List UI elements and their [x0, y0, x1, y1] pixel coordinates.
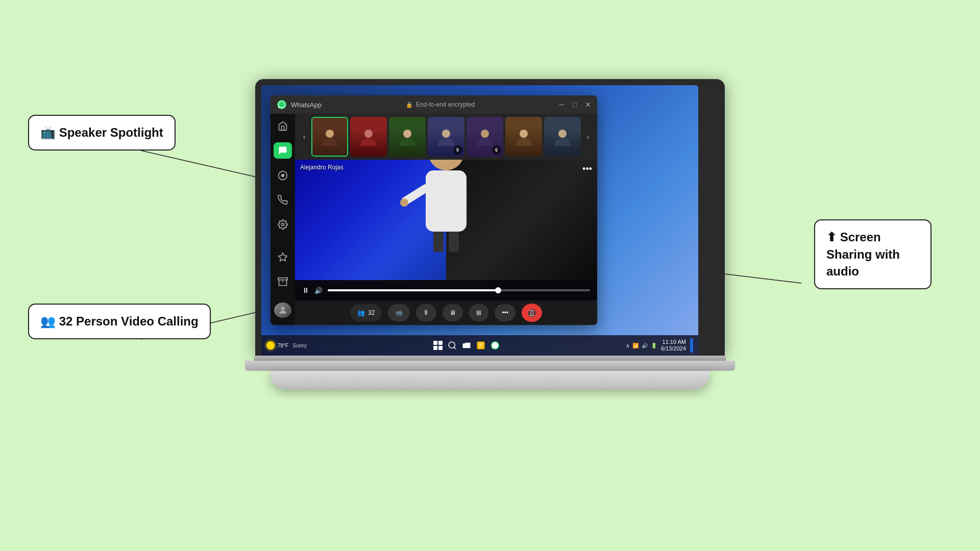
strip-next[interactable]: ›	[583, 132, 593, 142]
volume-tray-icon: 🔊	[642, 343, 648, 348]
svg-rect-12	[278, 278, 287, 280]
sidebar-icon-starred[interactable]	[274, 249, 292, 265]
participants-strip: ‹	[295, 114, 597, 160]
end-call-button[interactable]: 📵	[522, 304, 542, 322]
notes-button[interactable]	[476, 340, 486, 350]
laptop-foot	[271, 371, 709, 389]
svg-point-18	[442, 130, 450, 138]
screen-share-button[interactable]: 🖥	[443, 304, 463, 321]
speaker-icon: 📺	[40, 126, 56, 139]
laptop-screen: WhatsApp 🔒 End-to-end encrypted ─ □ ✕	[261, 85, 698, 356]
window-title: WhatsApp	[291, 101, 322, 109]
close-button[interactable]: ✕	[585, 101, 591, 109]
window-body: ‹	[271, 114, 597, 325]
mic-button[interactable]: 🎙	[416, 304, 436, 321]
svg-point-21	[558, 130, 567, 138]
call-area: ‹	[295, 114, 597, 325]
laptop-hinge-bar	[254, 356, 726, 361]
sidebar	[271, 114, 295, 325]
svg-rect-27	[449, 232, 459, 252]
date-display: 6/13/2024	[661, 345, 686, 352]
laptop-container: WhatsApp 🔒 End-to-end encrypted ─ □ ✕	[245, 79, 735, 389]
windows-taskbar: 78°F Sunny	[261, 335, 698, 356]
svg-point-14	[281, 307, 285, 310]
window-titlebar: WhatsApp 🔒 End-to-end encrypted ─ □ ✕	[271, 95, 597, 114]
svg-line-29	[454, 347, 455, 348]
more-options-button[interactable]: •••	[582, 164, 592, 174]
window-controls: ─ □ ✕	[559, 101, 591, 109]
progress-bar[interactable]	[328, 289, 590, 291]
taskbar-right: ∧ 📶 🔊 🔋 11:10 AM 6/13/2024	[626, 338, 693, 353]
weather-sun-icon	[266, 341, 275, 349]
video-button[interactable]: 📹	[388, 304, 410, 321]
feature-speaker-spotlight: 📺 Speaker Spotlight	[28, 115, 176, 151]
more-button[interactable]: •••	[495, 304, 516, 321]
laptop-base	[245, 361, 735, 371]
presenter-figure	[395, 160, 497, 255]
participants-button[interactable]: 👥 32	[350, 304, 382, 321]
taskbar-left: 78°F Sunny	[266, 341, 307, 349]
sidebar-icon-archived[interactable]	[274, 273, 292, 290]
phone-end-icon: 📵	[527, 308, 537, 318]
progress-handle[interactable]	[495, 287, 501, 293]
participants-count: 32	[368, 309, 375, 316]
feature-screen-sharing: ⬆ Screen Sharing with audio	[814, 219, 932, 289]
svg-rect-26	[433, 232, 444, 252]
participant-thumb-7[interactable]	[544, 117, 581, 157]
svg-marker-11	[279, 253, 287, 261]
svg-point-22	[428, 160, 464, 170]
svg-point-25	[400, 198, 408, 207]
start-button[interactable]	[433, 340, 443, 350]
participant-thumb-3[interactable]	[389, 117, 426, 157]
apps-icon: ⊞	[476, 309, 481, 316]
wifi-icon: 📶	[632, 343, 639, 348]
system-tray: ∧ 📶 🔊 🔋	[626, 343, 657, 348]
screen-icon: 🖥	[450, 309, 456, 316]
time-display: 11:10 AM	[661, 339, 686, 345]
svg-point-20	[520, 130, 528, 138]
page: Calling Updates across WhatsApp 📺 Speake…	[0, 0, 980, 551]
participant-thumb-5[interactable]: 🎙	[467, 117, 503, 157]
call-controls: 👥 32 📹 🎙 🖥	[295, 300, 597, 325]
sidebar-icon-settings[interactable]	[274, 216, 292, 233]
media-controls-bar: ⏸ 🔊	[295, 280, 597, 300]
svg-point-19	[481, 130, 489, 138]
participant-thumb-6[interactable]	[505, 117, 542, 157]
search-taskbar-button[interactable]	[447, 340, 457, 350]
upload-icon: ⬆	[826, 230, 837, 244]
volume-icon: 🔊	[314, 287, 323, 294]
strip-prev[interactable]: ‹	[299, 132, 309, 142]
sidebar-icon-calls[interactable]	[274, 192, 292, 208]
lock-icon: 🔒	[406, 102, 413, 108]
minimize-button[interactable]: ─	[559, 101, 565, 109]
notification-bar[interactable]	[690, 338, 693, 353]
apps-button[interactable]: ⊞	[469, 304, 488, 321]
more-icon: •••	[502, 309, 508, 316]
battery-icon: 🔋	[651, 343, 657, 348]
tray-arrow[interactable]: ∧	[626, 343, 629, 348]
main-video: Alejandro Rojas •••	[295, 160, 597, 280]
weather-condition: Sunny	[292, 343, 307, 348]
sidebar-icon-status[interactable]	[274, 167, 292, 183]
clock: 11:10 AM 6/13/2024	[661, 339, 686, 352]
laptop-screen-outer: WhatsApp 🔒 End-to-end encrypted ─ □ ✕	[255, 79, 725, 356]
maximize-button[interactable]: □	[573, 101, 577, 109]
pause-button[interactable]: ⏸	[302, 286, 309, 294]
file-explorer-button[interactable]	[461, 340, 472, 350]
sidebar-icon-chat[interactable]	[274, 142, 292, 159]
participant-thumb-4[interactable]: 🎙	[428, 117, 464, 157]
participant-thumb-2[interactable]	[350, 117, 387, 157]
participants-icon: 👥	[357, 309, 365, 316]
feature-32-person: 👥 32 Person Video Calling	[28, 304, 211, 339]
video-icon: 📹	[395, 309, 403, 316]
sidebar-icon-home[interactable]	[274, 118, 292, 134]
weather-temp: 78°F	[278, 343, 288, 348]
svg-point-10	[282, 223, 284, 226]
svg-point-15	[326, 130, 334, 138]
group-icon: 👥	[40, 314, 56, 328]
mic-icon: 🎙	[423, 309, 429, 316]
svg-point-28	[449, 342, 455, 348]
whatsapp-taskbar-button[interactable]	[490, 340, 500, 350]
participant-thumb-1[interactable]	[311, 117, 348, 157]
user-avatar[interactable]	[274, 303, 291, 318]
